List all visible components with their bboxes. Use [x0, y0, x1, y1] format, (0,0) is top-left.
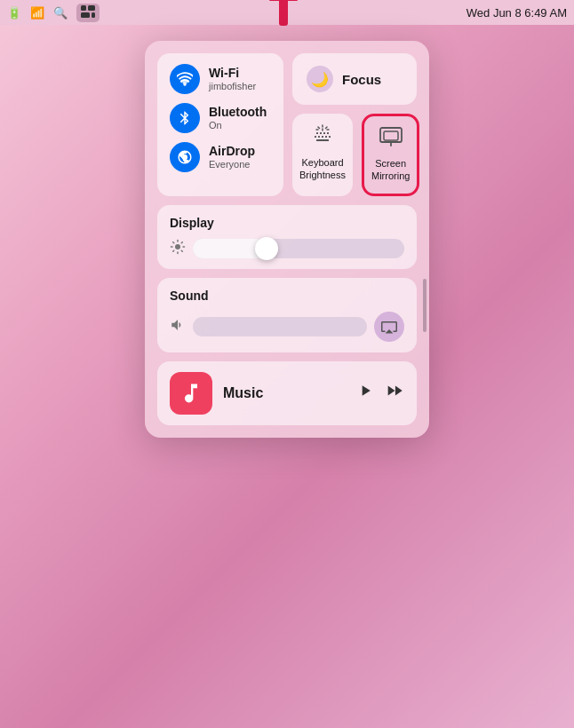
- sound-slider-row: [170, 312, 404, 342]
- bluetooth-item[interactable]: Bluetooth On: [170, 103, 271, 133]
- svg-rect-12: [316, 132, 318, 134]
- scrollbar: [423, 279, 427, 332]
- svg-rect-15: [327, 132, 329, 134]
- svg-rect-6: [315, 136, 316, 138]
- airdrop-sub: Everyone: [209, 159, 255, 170]
- wifi-icon-circle: [170, 64, 200, 94]
- svg-rect-13: [320, 132, 322, 134]
- screen-mirroring-button[interactable]: ScreenMirroring: [362, 114, 419, 196]
- svg-line-19: [325, 127, 327, 129]
- control-center-panel: Wi-Fi jimbofisher Bluetooth On: [145, 41, 429, 438]
- svg-rect-0: [81, 5, 86, 11]
- bluetooth-icon-circle: [170, 103, 200, 133]
- airdrop-name: AirDrop: [209, 144, 255, 159]
- svg-rect-9: [325, 136, 327, 138]
- wifi-icon: 📶: [30, 6, 44, 20]
- volume-icon: [170, 317, 186, 336]
- desktop: Wi-Fi jimbofisher Bluetooth On: [0, 25, 574, 728]
- wifi-item[interactable]: Wi-Fi jimbofisher: [170, 64, 271, 94]
- airdrop-item[interactable]: AirDrop Everyone: [170, 142, 271, 172]
- bluetooth-text: Bluetooth On: [209, 105, 267, 131]
- screen-mirroring-icon: [379, 127, 403, 152]
- music-section: Music: [157, 361, 417, 425]
- svg-rect-3: [92, 12, 95, 18]
- small-buttons-row: KeyboardBrightness ScreenMirroring: [292, 114, 417, 196]
- airdrop-icon-circle: [170, 142, 200, 172]
- svg-rect-1: [88, 5, 95, 11]
- svg-point-26: [175, 244, 180, 249]
- wifi-sub: jimbofisher: [209, 81, 256, 92]
- right-column: 🌙 Focus: [292, 53, 417, 196]
- svg-rect-10: [329, 136, 331, 138]
- display-section: Display: [157, 205, 417, 269]
- airdrop-text: AirDrop Everyone: [209, 144, 255, 170]
- music-icon-box: [170, 372, 212, 415]
- wifi-name: Wi-Fi: [209, 66, 256, 81]
- svg-rect-7: [318, 136, 320, 138]
- menubar-datetime: Wed Jun 8 6:49 AM: [466, 6, 567, 20]
- search-icon[interactable]: 🔍: [53, 6, 68, 20]
- play-button[interactable]: [356, 382, 374, 404]
- svg-rect-11: [316, 139, 329, 141]
- keyboard-brightness-label: KeyboardBrightness: [299, 156, 346, 182]
- keyboard-brightness-button[interactable]: KeyboardBrightness: [292, 114, 353, 196]
- music-controls: [356, 381, 404, 405]
- brightness-icon: [170, 239, 186, 257]
- sound-section: Sound: [157, 278, 417, 352]
- menubar-right: Wed Jun 8 6:49 AM: [466, 6, 567, 20]
- display-slider-row: [170, 239, 404, 258]
- top-row: Wi-Fi jimbofisher Bluetooth On: [157, 53, 417, 196]
- music-label: Music: [223, 385, 346, 401]
- control-center-icon[interactable]: [76, 4, 100, 22]
- screen-mirroring-label: ScreenMirroring: [371, 157, 410, 183]
- network-section: Wi-Fi jimbofisher Bluetooth On: [157, 53, 283, 196]
- svg-point-4: [184, 83, 187, 86]
- fast-forward-button[interactable]: [385, 381, 404, 405]
- arrow-body: [279, 1, 288, 26]
- svg-rect-2: [81, 12, 90, 18]
- svg-rect-8: [322, 136, 323, 138]
- bluetooth-name: Bluetooth: [209, 105, 267, 120]
- display-slider[interactable]: [193, 239, 404, 258]
- sound-title: Sound: [170, 289, 404, 303]
- menubar-left: 🔋 📶 🔍: [7, 4, 100, 22]
- battery-icon: 🔋: [7, 6, 21, 20]
- keyboard-brightness-icon: [312, 124, 333, 151]
- sound-slider[interactable]: [193, 317, 367, 336]
- focus-moon-icon: 🌙: [307, 66, 333, 92]
- svg-rect-23: [384, 131, 398, 140]
- display-title: Display: [170, 216, 404, 230]
- bluetooth-sub: On: [209, 120, 267, 131]
- airplay-button[interactable]: [374, 312, 404, 342]
- focus-button[interactable]: 🌙 Focus: [292, 53, 417, 105]
- display-slider-thumb[interactable]: [255, 237, 278, 260]
- wifi-text: Wi-Fi jimbofisher: [209, 66, 256, 92]
- focus-label: Focus: [342, 72, 381, 87]
- arrow-indicator: [269, 0, 298, 26]
- svg-line-18: [318, 127, 320, 129]
- svg-rect-14: [323, 132, 325, 134]
